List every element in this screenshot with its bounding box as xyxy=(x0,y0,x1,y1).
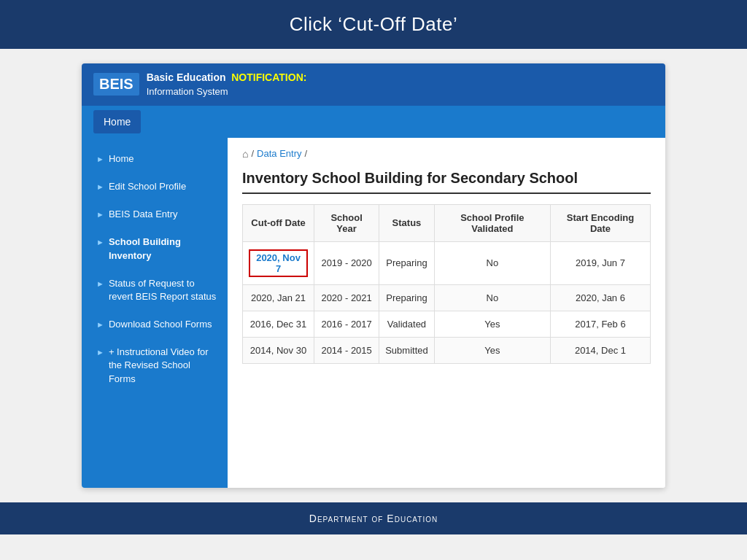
col-header-status: Status xyxy=(379,204,435,241)
breadcrumb-home-icon[interactable]: ⌂ xyxy=(242,148,248,160)
content-area: ► Home ► Edit School Profile ► BEIS Data… xyxy=(82,138,665,488)
school-year-cell: 2020 - 2021 xyxy=(314,284,379,311)
breadcrumb: ⌂ / Data Entry / xyxy=(242,148,651,160)
beis-logo: BEIS xyxy=(93,73,139,96)
sidebar-item-home[interactable]: ► Home xyxy=(82,145,228,173)
status-cell: Submitted xyxy=(379,337,435,363)
beis-header: BEIS Basic Education NOTIFICATION: Infor… xyxy=(82,63,665,106)
validated-cell: No xyxy=(434,284,550,311)
status-cell: Preparing xyxy=(379,284,435,311)
breadcrumb-data-entry[interactable]: Data Entry xyxy=(257,148,301,159)
start-encoding-cell: 2017, Feb 6 xyxy=(550,311,650,337)
arrow-icon: ► xyxy=(96,279,104,289)
title-text: Click ‘Cut-Off Date’ xyxy=(290,13,458,35)
sidebar-item-edit-school-profile[interactable]: ► Edit School Profile xyxy=(82,173,228,201)
cutoff-date-link[interactable]: 2020, Jan 21 xyxy=(243,284,314,311)
col-header-cutoff-date: Cut-off Date xyxy=(243,204,314,241)
school-year-cell: 2019 - 2020 xyxy=(314,241,379,284)
nav-bar: Home xyxy=(82,106,665,138)
inventory-table: Cut-off Date School Year Status School P… xyxy=(242,204,651,364)
col-header-school-year: School Year xyxy=(314,204,379,241)
sidebar-item-status-request[interactable]: ► Status of Request to revert BEIS Repor… xyxy=(82,270,228,311)
arrow-icon: ► xyxy=(96,347,104,358)
status-cell: Validated xyxy=(379,311,435,337)
table-row: 2020, Jan 212020 - 2021PreparingNo2020, … xyxy=(243,284,651,311)
arrow-icon: ► xyxy=(96,319,104,330)
footer-text: Department of Education xyxy=(309,513,438,524)
beis-system-info: Basic Education NOTIFICATION: Informatio… xyxy=(147,71,307,98)
validated-cell: Yes xyxy=(434,311,550,337)
start-encoding-cell: 2019, Jun 7 xyxy=(550,241,650,284)
arrow-icon: ► xyxy=(96,237,104,248)
notification-label: NOTIFICATION: xyxy=(231,71,306,83)
cutoff-date-link[interactable]: 2016, Dec 31 xyxy=(243,311,314,337)
beis-system-subtitle: Information System xyxy=(147,85,307,98)
page-heading: Inventory School Building for Secondary … xyxy=(242,170,651,194)
col-header-validated: School Profile Validated xyxy=(434,204,550,241)
sidebar-item-download-school-forms[interactable]: ► Download School Forms xyxy=(82,311,228,338)
arrow-icon: ► xyxy=(96,182,104,192)
start-encoding-cell: 2014, Dec 1 xyxy=(550,337,650,363)
breadcrumb-sep1: / xyxy=(251,148,254,159)
arrow-icon: ► xyxy=(96,154,104,165)
validated-cell: No xyxy=(434,241,550,284)
sidebar-item-beis-data-entry[interactable]: ► BEIS Data Entry xyxy=(82,201,228,228)
cutoff-date-link[interactable]: 2014, Nov 30 xyxy=(243,337,314,363)
title-bar: Click ‘Cut-Off Date’ xyxy=(0,0,747,49)
footer: Department of Education xyxy=(0,502,747,534)
sidebar-item-instructional-video[interactable]: ► + Instructional Video for the Revised … xyxy=(82,338,228,393)
main-content: ⌂ / Data Entry / Inventory School Buildi… xyxy=(228,138,665,488)
sidebar: ► Home ► Edit School Profile ► BEIS Data… xyxy=(82,138,228,488)
table-row: 2020, Nov 72019 - 2020PreparingNo2019, J… xyxy=(243,241,651,284)
col-header-start-encoding: Start Encoding Date xyxy=(550,204,650,241)
school-year-cell: 2014 - 2015 xyxy=(314,337,379,363)
table-row: 2016, Dec 312016 - 2017ValidatedYes2017,… xyxy=(243,311,651,337)
sidebar-item-school-building-inventory[interactable]: ► School Building Inventory xyxy=(82,228,228,269)
table-row: 2014, Nov 302014 - 2015SubmittedYes2014,… xyxy=(243,337,651,363)
main-card: BEIS Basic Education NOTIFICATION: Infor… xyxy=(82,63,665,488)
nav-home[interactable]: Home xyxy=(93,110,141,133)
start-encoding-cell: 2020, Jan 6 xyxy=(550,284,650,311)
arrow-icon: ► xyxy=(96,209,104,220)
beis-system-title: Basic Education xyxy=(147,71,226,83)
cutoff-date-link-highlighted[interactable]: 2020, Nov 7 xyxy=(249,249,308,277)
validated-cell: Yes xyxy=(434,337,550,363)
status-cell: Preparing xyxy=(379,241,435,284)
breadcrumb-sep2: / xyxy=(305,148,308,159)
school-year-cell: 2016 - 2017 xyxy=(314,311,379,337)
